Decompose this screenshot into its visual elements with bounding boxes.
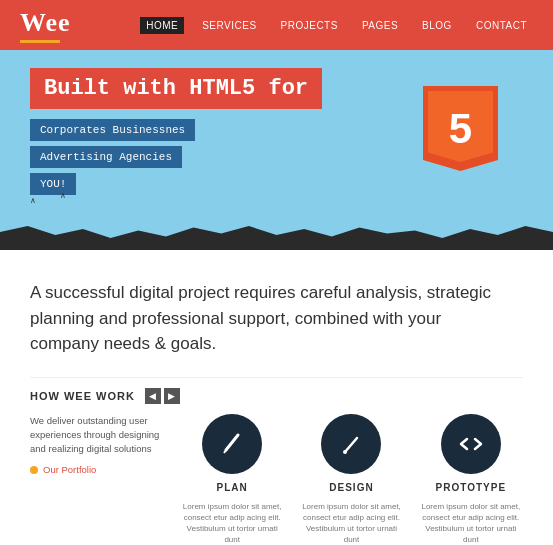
service-prototype: PROTOTYPE Lorem ipsum dolor sit amet, co… [419, 414, 523, 546]
tagline-section: A successful digital project requires ca… [0, 250, 553, 377]
prototype-desc: Lorem ipsum dolor sit amet, consect etur… [419, 501, 523, 546]
portfolio-link-text[interactable]: Our Portfolio [43, 464, 96, 475]
hero-left: Built with HTML5 for Corporates Business… [30, 68, 418, 195]
hero-tags: Corporates Businessnes Advertising Agenc… [30, 119, 418, 195]
nav-services[interactable]: SERVICES [196, 17, 262, 34]
how-description: We deliver outstanding user experiences … [30, 414, 160, 457]
next-arrow[interactable]: ▶ [164, 388, 180, 404]
nav-pages[interactable]: PAGES [356, 17, 404, 34]
bird-icon: ∧ [30, 196, 36, 205]
prototype-label: PROTOTYPE [436, 482, 507, 493]
hero-tag-you: YOU! [30, 173, 76, 195]
how-text-block: We deliver outstanding user experiences … [30, 414, 160, 476]
how-header: HOW WEE WORK ◀ ▶ [30, 388, 523, 404]
pencil-icon [218, 430, 246, 458]
nav-blog[interactable]: BLOG [416, 17, 458, 34]
design-label: DESIGN [329, 482, 373, 493]
svg-line-5 [345, 438, 357, 452]
hero-tag-corporate: Corporates Businessnes [30, 119, 195, 141]
hero-section: Built with HTML5 for Corporates Business… [0, 50, 553, 250]
service-design: DESIGN Lorem ipsum dolor sit amet, conse… [299, 414, 403, 546]
svg-text:5: 5 [449, 105, 472, 152]
svg-line-4 [224, 450, 226, 453]
code-icon [457, 430, 485, 458]
svg-point-6 [343, 450, 347, 454]
prototype-icon [441, 414, 501, 474]
services-list: PLAN Lorem ipsum dolor sit amet, consect… [180, 414, 523, 546]
logo-block: Wee [20, 8, 71, 43]
html5-logo: 5 [418, 78, 503, 173]
how-content: We deliver outstanding user experiences … [30, 414, 523, 546]
design-icon [321, 414, 381, 474]
nav-home[interactable]: HOME [140, 17, 184, 34]
nav-contact[interactable]: CONTACT [470, 17, 533, 34]
logo[interactable]: Wee [20, 8, 71, 38]
service-plan: PLAN Lorem ipsum dolor sit amet, consect… [180, 414, 284, 546]
tagline-text: A successful digital project requires ca… [30, 280, 510, 357]
design-desc: Lorem ipsum dolor sit amet, consect etur… [299, 501, 403, 546]
hero-tag-advertising: Advertising Agencies [30, 146, 182, 168]
hero-ground [0, 220, 553, 250]
how-section: HOW WEE WORK ◀ ▶ We deliver outstanding … [0, 378, 553, 546]
how-title: HOW WEE WORK [30, 390, 135, 402]
portfolio-link[interactable]: Our Portfolio [30, 464, 160, 475]
svg-line-3 [226, 435, 238, 450]
logo-underline [20, 40, 60, 43]
plan-icon [202, 414, 262, 474]
plan-label: PLAN [217, 482, 248, 493]
nav-projects[interactable]: PROJECTS [275, 17, 344, 34]
plan-desc: Lorem ipsum dolor sit amet, consect etur… [180, 501, 284, 546]
prev-arrow[interactable]: ◀ [145, 388, 161, 404]
portfolio-dot-icon [30, 466, 38, 474]
pen-icon [337, 430, 365, 458]
nav-arrows: ◀ ▶ [145, 388, 180, 404]
bird-icon-2: ∧ [60, 191, 66, 200]
header: Wee HOME SERVICES PROJECTS PAGES BLOG CO… [0, 0, 553, 50]
hero-right: 5 [418, 68, 523, 173]
hero-title: Built with HTML5 for [30, 68, 322, 109]
main-nav: HOME SERVICES PROJECTS PAGES BLOG CONTAC… [140, 17, 533, 34]
